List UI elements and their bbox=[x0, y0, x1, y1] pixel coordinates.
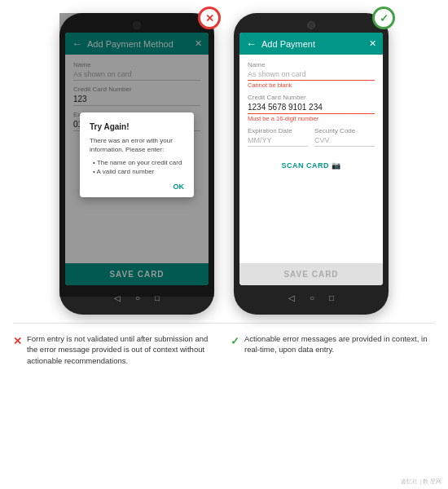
right-cc-error: Must be a 16-digit number bbox=[248, 115, 375, 122]
scan-card-row: SCAN CARD 📷 bbox=[248, 152, 375, 174]
nav-home-icon-right[interactable]: ○ bbox=[310, 293, 314, 302]
right-name-label: Name bbox=[248, 61, 375, 68]
error-badge: ✕ bbox=[198, 7, 221, 29]
right-app-title: Add Payment bbox=[261, 39, 364, 49]
right-cvv-field: Security Code CVV bbox=[314, 127, 375, 147]
dialog-body: There was an error with your information… bbox=[90, 136, 184, 176]
dialog-actions: OK bbox=[90, 183, 184, 191]
right-cc-label: Credit Card Number bbox=[248, 94, 375, 101]
dialog-title: Try Again! bbox=[90, 122, 184, 131]
right-exp-field: Expiration Date MM/YY bbox=[248, 127, 308, 147]
right-name-field: Name As shown on card Cannot be blank bbox=[248, 61, 375, 89]
right-name-error: Cannot be blank bbox=[248, 82, 375, 89]
left-caption-text: Form entry is not validated until after … bbox=[27, 333, 217, 366]
right-app-header: ← Add Payment ✕ bbox=[239, 33, 383, 55]
scan-card-label: SCAN CARD bbox=[281, 161, 329, 170]
dialog-list: The name on your credit card A valid car… bbox=[90, 158, 184, 176]
right-cvv-input[interactable]: CVV bbox=[314, 136, 375, 147]
section-divider bbox=[13, 323, 435, 324]
right-cvv-label: Security Code bbox=[314, 127, 375, 134]
error-caption-icon: ✕ bbox=[13, 334, 22, 349]
right-form-area: Name As shown on card Cannot be blank Cr… bbox=[239, 55, 383, 263]
right-phone: ✓ ← Add Payment ✕ Name As shown on card … bbox=[234, 13, 389, 315]
right-phone-screen: ← Add Payment ✕ Name As shown on card Ca… bbox=[239, 33, 383, 285]
nav-recent-icon-right[interactable]: □ bbox=[329, 293, 334, 302]
right-exp-cvv-row: Expiration Date MM/YY Security Code CVV bbox=[248, 127, 375, 147]
error-icon: ✕ bbox=[205, 12, 214, 24]
dialog-overlay: Try Again! There was an error with your … bbox=[65, 33, 209, 285]
right-phone-nav: ◁ ○ □ bbox=[239, 289, 383, 306]
scan-card-button[interactable]: SCAN CARD 📷 bbox=[281, 161, 340, 170]
phone-camera-right bbox=[307, 21, 315, 29]
error-dialog: Try Again! There was an error with your … bbox=[80, 112, 194, 197]
right-caption: ✓ Actionable error messages are provided… bbox=[231, 333, 435, 366]
dialog-ok-button[interactable]: OK bbox=[173, 183, 185, 191]
right-exp-input[interactable]: MM/YY bbox=[248, 136, 308, 147]
dialog-body-text: There was an error with your information… bbox=[90, 137, 173, 153]
nav-back-icon-right[interactable]: ◁ bbox=[288, 293, 295, 302]
dialog-list-item-1: The name on your credit card bbox=[93, 158, 184, 167]
camera-icon: 📷 bbox=[332, 161, 341, 170]
right-exp-label: Expiration Date bbox=[248, 127, 308, 134]
left-caption: ✕ Form entry is not validated until afte… bbox=[13, 333, 217, 366]
right-save-card-button[interactable]: SAVE CARD bbox=[239, 263, 383, 285]
success-caption-icon: ✓ bbox=[231, 334, 239, 349]
left-phone-screen: ← Add Payment Method ✕ Name As shown on … bbox=[65, 33, 209, 285]
right-name-input[interactable]: As shown on card bbox=[248, 70, 375, 81]
left-phone: ✕ ← Add Payment Method ✕ Name As shown o… bbox=[59, 13, 214, 315]
right-cc-field: Credit Card Number 1234 5678 9101 234 Mu… bbox=[248, 94, 375, 122]
captions-row: ✕ Form entry is not validated until afte… bbox=[13, 333, 435, 366]
watermark: 迹忆社 | 数 星网 bbox=[401, 478, 441, 486]
dialog-list-item-2: A valid card number bbox=[93, 167, 184, 176]
success-badge: ✓ bbox=[372, 7, 395, 29]
right-close-button[interactable]: ✕ bbox=[369, 38, 376, 49]
right-caption-text: Actionable error messages are provided i… bbox=[244, 333, 435, 355]
success-icon: ✓ bbox=[380, 12, 389, 24]
right-cc-input[interactable]: 1234 5678 9101 234 bbox=[248, 103, 375, 114]
right-back-arrow[interactable]: ← bbox=[246, 37, 257, 50]
